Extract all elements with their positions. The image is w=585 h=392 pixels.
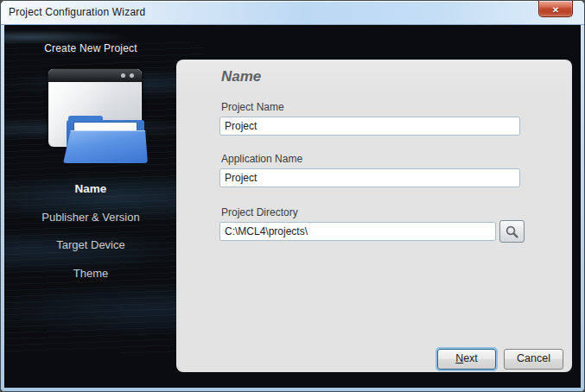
application-name-label: Application Name <box>221 153 302 165</box>
next-button-label: ext <box>463 352 478 364</box>
step-panel: Name Project Name Application Name Proje… <box>176 60 572 372</box>
icon-window-titlebar <box>48 69 142 82</box>
window-title: Project Configuration Wizard <box>9 6 145 18</box>
wizard-content: Create New Project Name Publisher & Vers… <box>4 25 581 388</box>
project-name-label: Project Name <box>221 101 284 113</box>
next-button[interactable]: Next <box>437 349 496 370</box>
open-folder-icon <box>63 115 148 163</box>
project-name-input[interactable] <box>219 117 520 136</box>
folder-front <box>63 130 148 163</box>
next-button-mnemonic: N <box>455 352 463 364</box>
magnifier-icon <box>505 224 519 239</box>
application-name-input[interactable] <box>219 168 520 187</box>
close-button[interactable]: ✕ <box>538 1 573 17</box>
sidebar-item-theme[interactable]: Theme <box>4 267 177 282</box>
page-title: Name <box>221 68 261 85</box>
wizard-window: Project Configuration Wizard ✕ Create Ne… <box>0 0 585 392</box>
project-directory-label: Project Directory <box>221 206 298 218</box>
close-icon: ✕ <box>552 5 559 15</box>
browse-directory-button[interactable] <box>499 220 525 243</box>
project-directory-input[interactable] <box>219 222 496 241</box>
sidebar-item-target-device[interactable]: Target Device <box>4 238 177 254</box>
sidebar-header: Create New Project <box>4 42 177 58</box>
screen: Project Configuration Wizard ✕ Create Ne… <box>0 0 585 392</box>
window-body: Create New Project Name Publisher & Vers… <box>1 25 584 391</box>
sidebar-item-name[interactable]: Name <box>4 182 177 198</box>
titlebar[interactable]: Project Configuration Wizard ✕ <box>1 1 584 25</box>
cancel-button[interactable]: Cancel <box>504 349 563 370</box>
sidebar-item-publisher-version[interactable]: Publisher & Version <box>4 211 177 226</box>
